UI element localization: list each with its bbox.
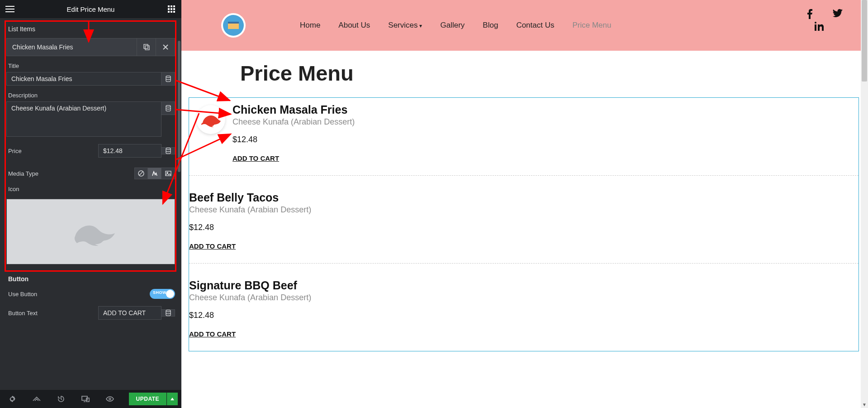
media-type-label: Media Type <box>6 170 134 177</box>
item-header[interactable]: Chicken Masala Fries <box>6 38 175 56</box>
media-icon-icon[interactable] <box>148 168 161 179</box>
svg-rect-6 <box>168 11 170 13</box>
svg-point-12 <box>166 106 171 107</box>
widgets-grid-icon[interactable] <box>161 0 181 18</box>
twitter-icon[interactable] <box>833 9 843 19</box>
svg-rect-15 <box>166 171 171 176</box>
social-links <box>806 9 843 31</box>
responsive-icon[interactable] <box>73 390 98 408</box>
menu-item: Chicken Masala Fries Cheese Kunafa (Arab… <box>189 98 859 176</box>
editor-body: List Items Chicken Masala Fries Title De… <box>0 18 181 390</box>
nav-about[interactable]: About Us <box>338 21 370 30</box>
svg-rect-2 <box>173 5 175 7</box>
price-label: Price <box>6 148 98 154</box>
media-none-icon[interactable] <box>134 168 148 179</box>
nav-contact[interactable]: Contact Us <box>516 21 554 30</box>
item-header-name: Chicken Masala Fries <box>7 43 137 51</box>
nav-gallery[interactable]: Gallery <box>440 21 465 30</box>
svg-rect-24 <box>815 24 816 31</box>
site-logo[interactable] <box>221 13 246 38</box>
menu-item-desc: Cheese Kunafa (Arabian Dessert) <box>189 205 859 215</box>
settings-icon[interactable] <box>0 390 24 408</box>
svg-rect-4 <box>171 8 172 10</box>
svg-point-20 <box>109 398 111 400</box>
description-label: Description <box>6 86 175 101</box>
page-title: Price Menu <box>240 61 861 86</box>
svg-rect-0 <box>168 5 170 7</box>
menu-item: Signature BBQ Beef Cheese Kunafa (Arabia… <box>189 264 859 351</box>
add-to-cart-link[interactable]: ADD TO CART <box>189 330 236 338</box>
price-menu-widget[interactable]: Chicken Masala Fries Cheese Kunafa (Arab… <box>189 97 859 351</box>
use-button-toggle[interactable]: SHOW <box>150 289 175 299</box>
site-header: Home About Us Services▾ Gallery Blog Con… <box>181 0 861 51</box>
button-text-input[interactable] <box>98 306 161 320</box>
nav-blog[interactable]: Blog <box>483 21 498 30</box>
history-icon[interactable] <box>49 390 73 408</box>
navigator-icon[interactable] <box>24 390 49 408</box>
svg-rect-19 <box>86 398 89 402</box>
svg-point-13 <box>166 148 171 150</box>
menu-item: Beef Belly Tacos Cheese Kunafa (Arabian … <box>189 176 859 264</box>
svg-point-17 <box>166 310 171 312</box>
svg-rect-5 <box>173 8 175 10</box>
update-button[interactable]: UPDATE <box>129 393 166 405</box>
main-nav: Home About Us Services▾ Gallery Blog Con… <box>300 21 611 30</box>
preview-icon[interactable] <box>98 390 122 408</box>
media-image-icon[interactable] <box>161 168 175 179</box>
add-to-cart-link[interactable]: ADD TO CART <box>232 154 279 162</box>
button-text-label: Button Text <box>6 310 98 317</box>
editor-header: Edit Price Menu <box>0 0 181 18</box>
nav-home[interactable]: Home <box>300 21 320 30</box>
menu-item-icon-wrap <box>189 103 232 163</box>
title-input[interactable] <box>6 72 161 86</box>
preview-area: Home About Us Services▾ Gallery Blog Con… <box>181 0 861 408</box>
menu-item-price: $12.48 <box>189 223 859 232</box>
panel-scrollbar[interactable] <box>178 41 180 172</box>
add-to-cart-link[interactable]: ADD TO CART <box>189 242 236 250</box>
svg-rect-3 <box>168 8 170 10</box>
dynamic-tag-icon[interactable] <box>161 72 175 86</box>
svg-point-11 <box>166 76 171 78</box>
close-icon[interactable] <box>156 38 175 56</box>
dynamic-tag-icon[interactable] <box>161 101 175 115</box>
update-options-icon[interactable] <box>167 393 178 405</box>
duplicate-icon[interactable] <box>137 38 156 56</box>
title-label: Title <box>6 56 175 72</box>
menu-item-title: Beef Belly Tacos <box>189 191 859 204</box>
browser-scrollbar[interactable]: ▲ ▼ <box>861 0 868 408</box>
facebook-icon[interactable] <box>806 9 813 19</box>
nav-services[interactable]: Services▾ <box>388 21 422 30</box>
svg-point-25 <box>815 22 816 24</box>
icon-picker[interactable] <box>6 199 175 264</box>
svg-rect-9 <box>144 44 148 48</box>
menu-item-desc: Cheese Kunafa (Arabian Dessert) <box>189 293 859 302</box>
dynamic-tag-icon[interactable] <box>161 309 175 317</box>
chevron-down-icon: ▾ <box>419 23 422 29</box>
svg-rect-1 <box>171 5 172 7</box>
toggle-state: SHOW <box>153 290 166 295</box>
menu-icon[interactable] <box>0 0 20 18</box>
menu-item-price: $12.48 <box>189 311 859 320</box>
menu-item-title: Chicken Masala Fries <box>232 103 859 116</box>
menu-item-title: Signature BBQ Beef <box>189 279 859 292</box>
editor-panel: Edit Price Menu List Items Chicken Masal… <box>0 0 181 408</box>
svg-rect-7 <box>171 11 172 13</box>
svg-rect-8 <box>173 11 175 13</box>
dynamic-tag-icon[interactable] <box>161 147 175 154</box>
description-input[interactable] <box>6 101 161 137</box>
icon-label: Icon <box>6 179 175 195</box>
svg-rect-10 <box>145 46 149 50</box>
button-section-label: Button <box>6 273 175 285</box>
use-button-label: Use Button <box>6 291 150 298</box>
nav-price-menu[interactable]: Price Menu <box>572 21 611 30</box>
menu-item-price: $12.48 <box>232 135 859 144</box>
menu-item-desc: Cheese Kunafa (Arabian Dessert) <box>232 117 859 127</box>
list-items-label: List Items <box>6 23 175 35</box>
editor-title: Edit Price Menu <box>20 5 161 13</box>
linkedin-icon[interactable] <box>815 22 824 31</box>
svg-rect-23 <box>228 22 239 24</box>
price-input[interactable] <box>98 144 161 158</box>
editor-footer: UPDATE <box>0 390 181 408</box>
